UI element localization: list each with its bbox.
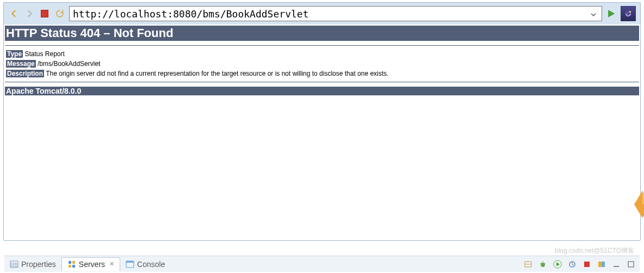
tab-label: Properties — [21, 260, 56, 269]
svg-rect-8 — [69, 265, 71, 268]
close-icon[interactable]: ✕ — [109, 260, 114, 268]
maximize-icon[interactable] — [627, 260, 635, 269]
browser-content: HTTP Status 404 – Not Found Type Status … — [4, 25, 640, 240]
error-text-description: The origin server did not find a current… — [44, 70, 388, 77]
divider — [5, 45, 639, 46]
error-heading: HTTP Status 404 – Not Found — [5, 26, 639, 41]
url-bar[interactable] — [69, 6, 602, 21]
properties-icon — [10, 260, 18, 269]
stop-icon — [41, 10, 48, 17]
svg-rect-6 — [69, 261, 71, 264]
minimize-icon[interactable] — [612, 260, 621, 269]
svg-rect-7 — [72, 261, 75, 264]
eclipse-badge — [621, 6, 636, 21]
console-icon — [126, 260, 134, 269]
bottom-tab-bar: Properties Servers ✕ Console — [4, 256, 640, 272]
tab-label: Console — [137, 260, 165, 269]
error-line-description: Description The origin server did not fi… — [6, 70, 639, 77]
back-button[interactable] — [8, 8, 20, 20]
svg-rect-11 — [126, 261, 134, 263]
divider — [5, 82, 639, 82]
svg-rect-24 — [628, 262, 634, 267]
url-input[interactable] — [73, 8, 589, 20]
no-servers-icon[interactable] — [524, 260, 532, 269]
svg-point-14 — [541, 263, 545, 267]
svg-point-1 — [629, 11, 631, 13]
publish-icon[interactable] — [597, 260, 606, 269]
error-text-type: Status Report — [23, 50, 65, 58]
server-signature: Apache Tomcat/8.0.0 — [5, 87, 639, 95]
stop-server-icon[interactable] — [583, 260, 591, 269]
error-label-type: Type — [6, 50, 23, 58]
svg-rect-9 — [72, 265, 75, 268]
error-line-message: Message /bms/BookAddServlet — [6, 60, 639, 68]
servers-icon — [67, 260, 76, 269]
tab-label: Servers — [79, 260, 105, 269]
tab-servers[interactable]: Servers ✕ — [61, 257, 120, 271]
svg-line-17 — [544, 263, 546, 264]
tab-properties[interactable]: Properties — [4, 257, 61, 271]
view-toolbar-icons — [524, 260, 640, 269]
error-label-message: Message — [6, 60, 36, 68]
profile-icon[interactable] — [568, 260, 577, 269]
error-label-description: Description — [6, 70, 44, 77]
browser-toolbar — [4, 3, 640, 25]
forward-button[interactable] — [23, 8, 35, 20]
internal-browser-panel: HTTP Status 404 – Not Found Type Status … — [3, 2, 641, 241]
debug-icon[interactable] — [538, 260, 547, 269]
svg-line-16 — [540, 263, 541, 264]
watermark: blog.csdn.net@51CTO博客 — [555, 246, 634, 256]
stop-button[interactable] — [39, 8, 51, 20]
tab-console[interactable]: Console — [120, 257, 170, 271]
svg-rect-22 — [602, 262, 605, 267]
error-line-type: Type Status Report — [6, 50, 639, 58]
go-button[interactable] — [605, 8, 617, 20]
url-dropdown-button[interactable] — [589, 8, 598, 20]
refresh-button[interactable] — [54, 8, 66, 20]
error-text-message: /bms/BookAddServlet — [36, 60, 101, 68]
svg-rect-21 — [598, 262, 602, 267]
run-icon[interactable] — [553, 260, 562, 269]
svg-rect-20 — [584, 262, 590, 267]
